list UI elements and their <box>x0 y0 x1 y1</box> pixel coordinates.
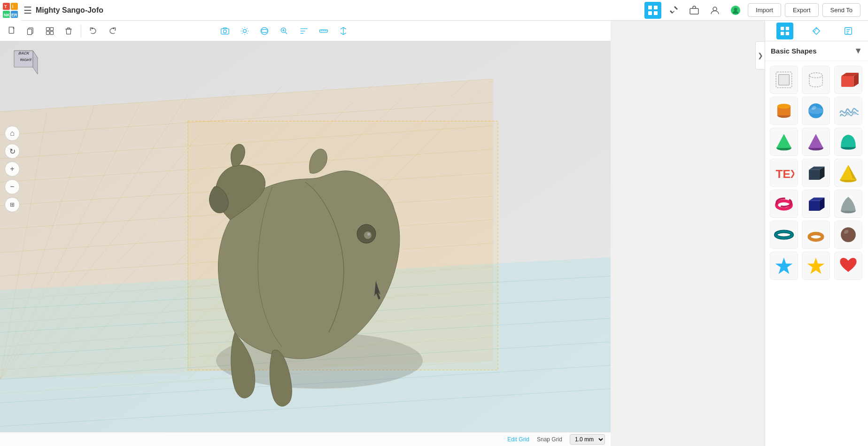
undo-button[interactable] <box>85 23 102 39</box>
new-button[interactable] <box>4 23 21 39</box>
camera-button[interactable] <box>217 23 233 39</box>
zoom-button[interactable] <box>276 23 293 39</box>
avatar-button[interactable] <box>727 2 744 19</box>
redo-button[interactable] <box>104 23 121 39</box>
svg-rect-13 <box>690 8 698 14</box>
zoom-out-button[interactable]: − <box>5 179 20 194</box>
grid-background <box>0 41 611 446</box>
svg-point-115 <box>841 227 856 242</box>
shape-torus-brown[interactable] <box>802 221 830 249</box>
orbit-icon <box>260 26 269 36</box>
grid-panel-button[interactable] <box>776 23 793 39</box>
svg-rect-31 <box>781 26 784 30</box>
mirror-button[interactable] <box>335 23 352 39</box>
shape-sphere-brown[interactable] <box>834 221 862 249</box>
svg-rect-33 <box>781 31 784 35</box>
svg-rect-34 <box>786 31 789 35</box>
delete-button[interactable] <box>60 23 77 39</box>
svg-rect-108 <box>809 201 820 211</box>
logo-area: T I NK ER <box>0 0 21 21</box>
shape-cube-dark[interactable] <box>802 159 830 187</box>
zoom-in-button[interactable]: + <box>5 161 20 177</box>
svg-rect-100 <box>809 170 820 180</box>
statusbar: Edit Grid Snap Grid 1.0 mm 0.5 mm 2.0 mm <box>0 432 611 446</box>
profile-button[interactable] <box>706 2 723 19</box>
svg-rect-22 <box>46 31 50 34</box>
svg-rect-12 <box>654 11 658 15</box>
left-controls: ⌂ ↻ + − ⊞ <box>5 126 20 212</box>
right-panel: Basic Shapes ▼ <box>765 41 868 446</box>
undo-icon <box>89 26 98 36</box>
align-icon <box>299 26 309 36</box>
shape-cube-blue[interactable] <box>802 190 830 218</box>
shape-box[interactable] <box>834 66 862 94</box>
svg-rect-11 <box>648 11 652 15</box>
shape-sphere[interactable] <box>802 97 830 125</box>
notes-panel-button[interactable] <box>840 23 857 39</box>
shape-cylinder[interactable] <box>770 97 798 125</box>
light-button[interactable] <box>236 23 253 39</box>
snap-grid-select[interactable]: 1.0 mm 0.5 mm 2.0 mm <box>570 434 605 445</box>
redo-icon <box>108 26 117 36</box>
tools-button[interactable] <box>665 2 682 19</box>
zoom-fit-button[interactable]: ⊞ <box>5 197 20 212</box>
view-controls-group <box>217 23 352 39</box>
svg-marker-95 <box>776 134 791 148</box>
shape-cylinder-hole[interactable] <box>802 66 830 94</box>
panel-collapse-handle[interactable]: ❯ <box>755 41 765 69</box>
shape-star-yellow[interactable] <box>802 252 830 280</box>
group-button[interactable] <box>41 23 58 39</box>
panel-dropdown-button[interactable]: ▼ <box>854 46 862 56</box>
shape-cone-purple[interactable] <box>802 128 830 156</box>
shape-pyramid[interactable] <box>834 159 862 187</box>
send-to-button[interactable]: Send To <box>822 3 860 17</box>
svg-point-28 <box>261 29 268 32</box>
view-cube[interactable]: RIGHT BACK <box>5 46 42 84</box>
document-menu-icon[interactable]: ☰ <box>23 5 32 16</box>
profile-icon <box>710 5 720 15</box>
svg-text:BACK: BACK <box>18 51 30 55</box>
panel-header: Basic Shapes ▼ <box>765 41 868 61</box>
briefcase-button[interactable] <box>686 2 703 19</box>
svg-text:I: I <box>12 4 14 9</box>
svg-text:ER: ER <box>11 13 17 17</box>
svg-rect-9 <box>648 6 652 9</box>
svg-marker-97 <box>808 134 823 148</box>
mirror-icon <box>339 26 348 36</box>
topbar-actions: Import Export Send To <box>644 2 860 19</box>
export-button[interactable]: Export <box>785 3 819 17</box>
svg-point-27 <box>261 27 268 34</box>
view-cube-svg: RIGHT BACK <box>5 46 42 84</box>
shape-cone[interactable] <box>770 128 798 156</box>
new-icon <box>8 26 17 36</box>
shape-wave[interactable] <box>834 97 862 125</box>
svg-text:RIGHT: RIGHT <box>20 58 32 62</box>
import-button[interactable]: Import <box>748 3 781 17</box>
shape-star-blue[interactable] <box>770 252 798 280</box>
tools-icon <box>668 5 679 15</box>
shape-heart-red[interactable] <box>834 252 862 280</box>
grid-view-button[interactable] <box>644 2 661 19</box>
svg-point-26 <box>243 29 247 32</box>
ruler-icon <box>319 26 328 36</box>
copy-button[interactable] <box>23 23 39 39</box>
shape-text[interactable]: TEXT <box>770 159 798 187</box>
edit-grid-label[interactable]: Edit Grid <box>507 436 529 443</box>
shape-cone-gray[interactable] <box>834 190 862 218</box>
shape-box-hole[interactable] <box>770 66 798 94</box>
svg-point-90 <box>777 104 790 109</box>
ruler-button[interactable] <box>315 23 332 39</box>
3d-viewport[interactable]: RIGHT BACK ⌂ ↻ + − ⊞ Edit Grid Snap Grid… <box>0 41 611 446</box>
shape-ring[interactable] <box>770 221 798 249</box>
shape-paraboloid[interactable] <box>834 128 862 156</box>
orbit-button[interactable] <box>256 23 273 39</box>
orbit-reset-button[interactable]: ↻ <box>5 144 20 159</box>
home-button[interactable]: ⌂ <box>5 126 20 141</box>
svg-rect-23 <box>50 31 54 34</box>
project-title[interactable]: Mighty Sango-Jofo <box>36 6 644 15</box>
align-button[interactable] <box>295 23 312 39</box>
ruler-panel-button[interactable] <box>808 23 825 39</box>
grid-icon <box>648 5 658 15</box>
shape-torus[interactable] <box>770 190 798 218</box>
panel-title: Basic Shapes <box>771 47 817 55</box>
